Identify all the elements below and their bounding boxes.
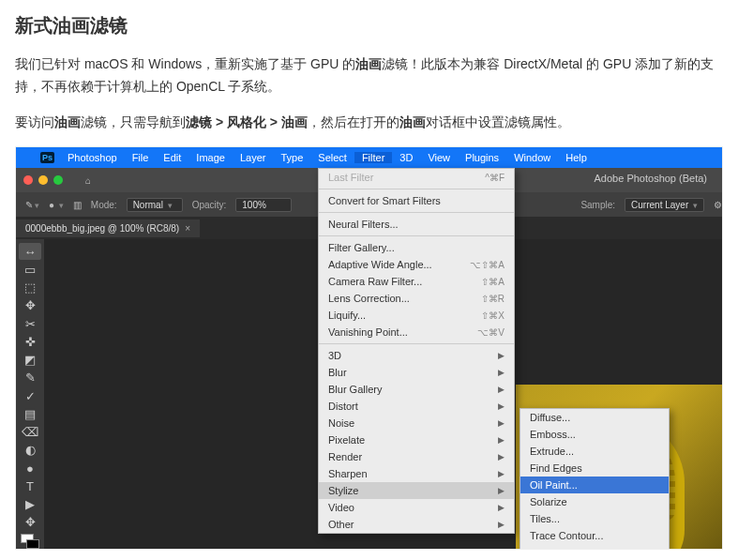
doc-text: 对话框中设置滤镜属性。 (426, 114, 570, 129)
selection-tool-icon[interactable]: ✥ (19, 297, 41, 313)
doc-bold: 油画 (399, 114, 426, 129)
doc-heading: 新式油画滤镜 (15, 13, 723, 38)
doc-bold: 滤镜 > 风格化 > 油画 (186, 114, 308, 129)
filter-menu: Last Filter^⌘F Convert for Smart Filters… (318, 168, 515, 534)
close-window-icon[interactable] (23, 175, 33, 185)
menu-last-filter: Last Filter^⌘F (319, 169, 514, 186)
menu-3d-submenu[interactable]: 3D▶ (319, 347, 514, 364)
doc-text: ，然后在打开的 (308, 114, 399, 129)
stamp-tool-icon[interactable]: ▤ (19, 406, 41, 422)
mode-label: Mode: (91, 200, 117, 210)
photoshop-screenshot: Ps Photoshop File Edit Image Layer Type … (15, 146, 723, 550)
menu-distort-submenu[interactable]: Distort▶ (319, 398, 514, 415)
menu-vanishing-point[interactable]: Vanishing Point...⌥⌘V (319, 324, 514, 341)
menu-plugins[interactable]: Plugins (458, 152, 506, 163)
gradient-tool-icon[interactable]: ◐ (19, 442, 41, 458)
sample-label: Sample: (580, 200, 615, 210)
hand-tool-icon[interactable]: ✥ (19, 514, 41, 530)
tool-preset-icon[interactable]: ✎▾ (25, 200, 39, 210)
menu-other-submenu[interactable]: Other▶ (319, 516, 514, 533)
doc-bold: 油画 (355, 56, 382, 71)
home-icon[interactable]: ⌂ (80, 172, 97, 189)
minimize-window-icon[interactable] (38, 175, 48, 185)
opacity-input[interactable]: 100% (235, 198, 292, 212)
close-tab-icon[interactable]: × (185, 223, 190, 234)
menu-window[interactable]: Window (506, 152, 558, 163)
menu-sharpen-submenu[interactable]: Sharpen▶ (319, 465, 514, 482)
tab-title: 0000ebbb_big.jpeg @ 100% (RC8/8) (25, 223, 179, 234)
submenu-solarize[interactable]: Solarize (520, 493, 669, 510)
menu-stylize-submenu[interactable]: Stylize▶ (319, 482, 514, 499)
submenu-find-edges[interactable]: Find Edges (520, 460, 669, 477)
doc-text: 滤镜，只需导航到 (81, 114, 186, 129)
menu-layer[interactable]: Layer (233, 152, 274, 163)
document-tab[interactable]: 0000ebbb_big.jpeg @ 100% (RC8/8) × (16, 219, 200, 237)
mode-select[interactable]: Normal ▾ (127, 198, 183, 212)
menu-pixelate-submenu[interactable]: Pixelate▶ (319, 431, 514, 448)
brush-preset-icon[interactable]: ● ▾ (49, 200, 64, 210)
menu-edit[interactable]: Edit (156, 152, 188, 163)
blur-tool-icon[interactable]: ● (19, 460, 41, 476)
doc-bold: 油画 (54, 114, 81, 129)
menu-help[interactable]: Help (558, 152, 595, 163)
submenu-trace-contour[interactable]: Trace Contour... (520, 527, 669, 544)
submenu-tiles[interactable]: Tiles... (520, 510, 669, 527)
submenu-diffuse[interactable]: Diffuse... (520, 409, 669, 426)
marquee-tool-icon[interactable]: ▭ (19, 262, 41, 278)
menu-view[interactable]: View (420, 152, 458, 163)
path-tool-icon[interactable]: ▶ (19, 496, 41, 512)
menu-filter-gallery[interactable]: Filter Gallery... (319, 239, 514, 256)
opacity-label: Opacity: (192, 200, 227, 210)
menubar-app[interactable]: Photoshop (60, 152, 125, 163)
healing-tool-icon[interactable]: ✓ (19, 387, 41, 403)
menu-3d[interactable]: 3D (392, 152, 420, 163)
menu-noise-submenu[interactable]: Noise▶ (319, 415, 514, 431)
eraser-tool-icon[interactable]: ⌫ (19, 424, 41, 440)
menu-file[interactable]: File (125, 152, 157, 163)
submenu-wind[interactable]: Wind... (520, 544, 669, 550)
crop-tool-icon[interactable]: ✂ (19, 315, 41, 331)
tools-panel: ↔ ▭ ⬚ ✥ ✂ ✜ ◩ ✎ ✓ ▤ ⌫ ◐ ● T ▶ ✥ (16, 239, 44, 549)
color-swatch-icon[interactable] (21, 534, 39, 549)
panel-icon[interactable]: ▥ (73, 200, 82, 210)
submenu-emboss[interactable]: Emboss... (520, 426, 669, 443)
ps-logo-icon: Ps (40, 152, 54, 163)
menu-liquify[interactable]: Liquify...⇧⌘X (319, 307, 514, 324)
menu-render-submenu[interactable]: Render▶ (319, 448, 514, 465)
menu-convert-smart-filters[interactable]: Convert for Smart Filters (319, 192, 514, 209)
menu-video-submenu[interactable]: Video▶ (319, 499, 514, 516)
menu-blur-gallery-submenu[interactable]: Blur Gallery▶ (319, 381, 514, 398)
submenu-extrude[interactable]: Extrude... (520, 443, 669, 460)
zoom-window-icon[interactable] (53, 175, 63, 185)
doc-para-2: 要访问油画滤镜，只需导航到滤镜 > 风格化 > 油画，然后在打开的油画对话框中设… (15, 112, 723, 134)
app-title: Adobe Photoshop (Beta) (595, 173, 707, 184)
window-controls (23, 175, 63, 185)
menu-filter[interactable]: Filter (354, 152, 392, 163)
eyedropper-tool-icon[interactable]: ◩ (19, 352, 41, 368)
doc-text: 要访问 (15, 114, 54, 129)
doc-para-1: 我们已针对 macOS 和 Windows，重新实施了基于 GPU 的油画滤镜！… (15, 53, 723, 98)
stylize-submenu: Diffuse... Emboss... Extrude... Find Edg… (520, 408, 670, 550)
type-tool-icon[interactable]: T (19, 478, 41, 494)
doc-text: 我们已针对 macOS 和 Windows，重新实施了基于 GPU 的 (15, 56, 355, 71)
submenu-oil-paint[interactable]: Oil Paint... (520, 477, 669, 493)
menu-adaptive-wide-angle[interactable]: Adaptive Wide Angle...⌥⇧⌘A (319, 256, 514, 273)
move-tool-icon[interactable]: ↔ (19, 243, 41, 259)
gear-icon[interactable]: ⚙ (714, 200, 722, 210)
frame-tool-icon[interactable]: ✜ (19, 334, 41, 350)
menu-image[interactable]: Image (188, 152, 233, 163)
menu-neural-filters[interactable]: Neural Filters... (319, 216, 514, 233)
menu-blur-submenu[interactable]: Blur▶ (319, 364, 514, 381)
menu-camera-raw[interactable]: Camera Raw Filter...⇧⌘A (319, 273, 514, 290)
menu-lens-correction[interactable]: Lens Correction...⇧⌘R (319, 290, 514, 307)
mac-menubar: Ps Photoshop File Edit Image Layer Type … (16, 147, 722, 168)
brush-tool-icon[interactable]: ✎ (19, 370, 41, 386)
menu-type[interactable]: Type (273, 152, 310, 163)
lasso-tool-icon[interactable]: ⬚ (19, 280, 41, 295)
sample-select[interactable]: Current Layer ▾ (625, 198, 704, 212)
menu-select[interactable]: Select (310, 152, 354, 163)
